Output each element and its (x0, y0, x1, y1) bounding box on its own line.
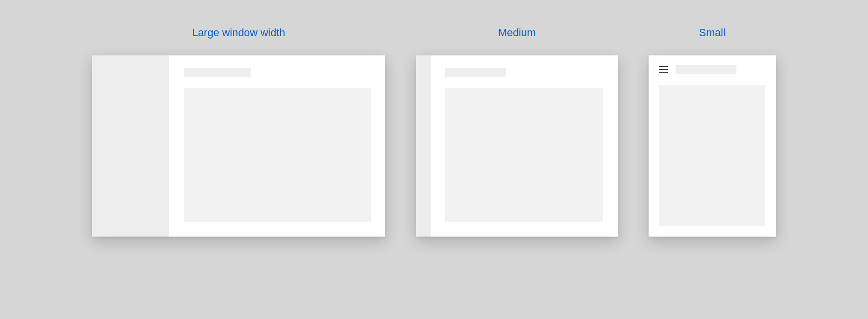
window-large (92, 55, 385, 237)
hamburger-icon[interactable] (659, 66, 668, 73)
label-large: Large window width (192, 27, 285, 39)
title-placeholder (676, 65, 736, 74)
title-placeholder (184, 68, 251, 77)
content-body-placeholder (184, 88, 371, 222)
content-body-placeholder (659, 85, 765, 226)
content-area (431, 55, 618, 237)
label-small: Small (699, 27, 725, 39)
label-medium: Medium (498, 27, 536, 39)
content-area (169, 55, 385, 237)
window-small (649, 55, 776, 237)
frames-row (0, 55, 868, 237)
window-medium (416, 55, 618, 237)
title-placeholder (445, 68, 506, 77)
labels-row: Large window width Medium Small (0, 27, 868, 39)
sidebar-rail-placeholder (416, 55, 431, 237)
content-area (649, 55, 776, 237)
content-body-placeholder (445, 88, 603, 222)
sidebar-placeholder (92, 55, 169, 237)
